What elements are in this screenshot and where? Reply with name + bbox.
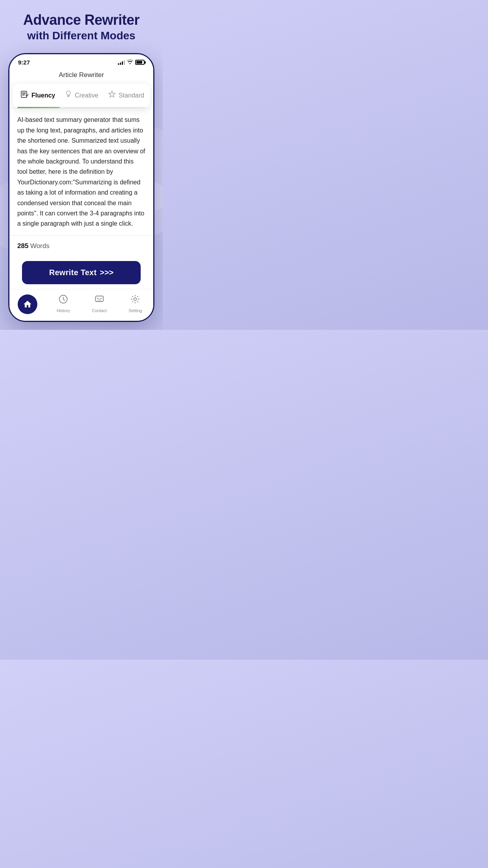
- battery-icon: [135, 60, 145, 65]
- rewrite-button-wrapper: Rewrite Text >>>: [9, 258, 153, 289]
- tab-active-indicator: [17, 107, 60, 108]
- svg-point-8: [97, 300, 98, 301]
- tab-creative[interactable]: Creative: [60, 88, 103, 102]
- word-count-number: 285: [17, 242, 28, 250]
- tab-creative-label: Creative: [75, 92, 98, 99]
- svg-point-9: [99, 300, 100, 301]
- page-header: Advance Rewriter with Different Modes: [23, 12, 139, 42]
- tabs-row: Fluency Creative Stand: [16, 88, 147, 107]
- setting-icon: [130, 294, 140, 307]
- header-title-line2: with Different Modes: [23, 29, 139, 42]
- tab-standard-label: Standard: [119, 92, 144, 99]
- bottom-nav: History Contact Setting: [9, 289, 153, 321]
- word-count: 285 Words: [17, 242, 50, 250]
- nav-contact-label: Contact: [92, 308, 107, 313]
- word-count-label: Words: [30, 242, 50, 250]
- nav-setting[interactable]: Setting: [117, 294, 154, 313]
- rewrite-arrows-icon: >>>: [100, 268, 114, 277]
- rewrite-text-button[interactable]: Rewrite Text >>>: [22, 261, 141, 284]
- creative-icon: [64, 90, 72, 101]
- header-title-line1: Advance Rewriter: [23, 12, 139, 28]
- content-text: AI-based text summary generator that sum…: [17, 115, 145, 229]
- signal-icon: [118, 60, 125, 65]
- nav-setting-label: Setting: [128, 308, 142, 313]
- status-bar: 9:27: [9, 54, 153, 68]
- svg-rect-0: [21, 91, 27, 97]
- nav-history-label: History: [57, 308, 70, 313]
- svg-point-11: [134, 298, 137, 300]
- tab-standard[interactable]: Standard: [103, 88, 149, 102]
- tab-underline-track: [17, 107, 145, 108]
- fluency-icon: [20, 90, 29, 101]
- contact-icon: [94, 294, 105, 307]
- wifi-icon: [127, 59, 133, 65]
- phone-frame: 9:27 Article Rewriter: [8, 53, 154, 322]
- tab-fluency-label: Fluency: [31, 92, 55, 99]
- svg-point-10: [101, 300, 101, 301]
- status-time: 9:27: [18, 59, 30, 66]
- nav-history[interactable]: History: [46, 294, 82, 313]
- content-area[interactable]: AI-based text summary generator that sum…: [9, 108, 153, 235]
- svg-rect-5: [68, 96, 69, 97]
- word-count-area: 285 Words: [9, 235, 153, 258]
- history-icon: [58, 294, 68, 307]
- rewrite-button-label: Rewrite Text: [49, 268, 97, 277]
- nav-contact[interactable]: Contact: [81, 294, 117, 313]
- tabs-container: Fluency Creative Stand: [13, 84, 150, 108]
- home-icon: [18, 294, 37, 314]
- nav-home[interactable]: [9, 294, 46, 313]
- app-title-bar: Article Rewriter: [9, 68, 153, 84]
- status-icons: [118, 59, 145, 65]
- tab-fluency[interactable]: Fluency: [16, 88, 60, 102]
- app-title: Article Rewriter: [59, 71, 104, 79]
- standard-icon: [108, 90, 116, 101]
